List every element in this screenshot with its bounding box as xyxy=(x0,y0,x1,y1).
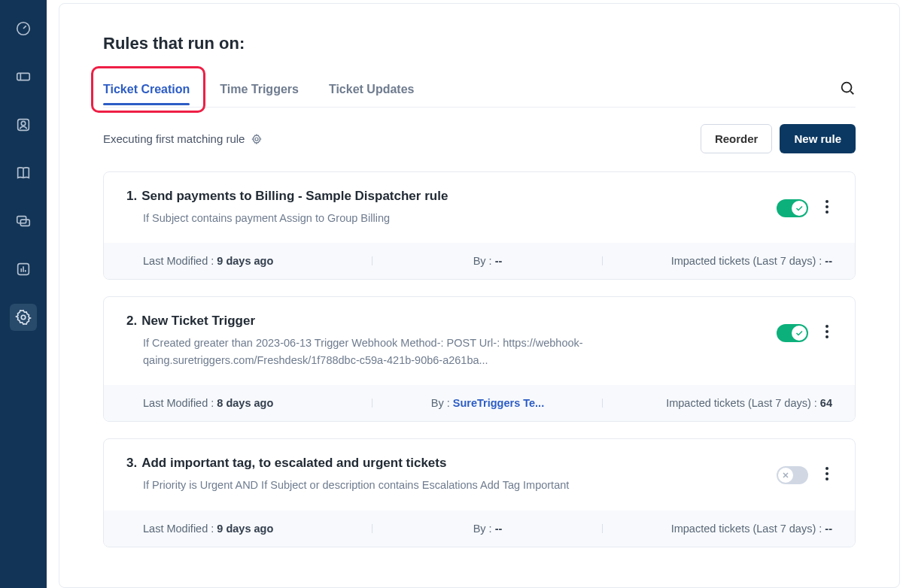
rule-index: 2. xyxy=(126,314,137,329)
footer-last-modified: Last Modified : 9 days ago xyxy=(126,523,372,535)
settings-small-icon[interactable] xyxy=(251,133,263,145)
tab-ticket-creation[interactable]: Ticket Creation xyxy=(103,74,190,105)
footer-last-modified: Last Modified : 9 days ago xyxy=(126,255,372,267)
rule-body: 3.Add important tag, to escalated and ur… xyxy=(104,439,855,510)
last-modified-value: 9 days ago xyxy=(217,523,273,535)
svg-point-16 xyxy=(825,467,829,470)
rule-main: 2.New Ticket TriggerIf Created greater t… xyxy=(126,314,777,368)
toggle-knob xyxy=(778,468,793,483)
rule-title-row: 2.New Ticket Trigger xyxy=(126,314,777,329)
rule-title: Add important tag, to escalated and urge… xyxy=(141,456,446,471)
tabs-row: Ticket Creation Time Triggers Ticket Upd… xyxy=(103,71,856,108)
rule-menu-button[interactable] xyxy=(822,463,832,487)
kebab-icon xyxy=(825,324,829,339)
ticket-icon xyxy=(15,68,32,85)
impacted-value: -- xyxy=(825,523,832,535)
sidebar-item-dashboard[interactable] xyxy=(10,15,37,42)
sidebar-item-settings[interactable] xyxy=(10,304,37,331)
rule-footer: Last Modified : 9 days agoBy : --Impacte… xyxy=(104,243,855,279)
by-value[interactable]: SureTriggers Te... xyxy=(453,397,544,409)
rule-toggle[interactable] xyxy=(777,324,808,342)
rule-body: 1.Send payments to Billing - Sample Disp… xyxy=(104,172,855,243)
page-title: Rules that run on: xyxy=(103,34,856,53)
footer-impacted: Impacted tickets (Last 7 days) : 64 xyxy=(603,397,832,409)
check-icon xyxy=(795,329,804,338)
kebab-icon xyxy=(825,199,829,214)
rule-description: If Subject contains payment Assign to Gr… xyxy=(126,210,653,226)
sidebar-item-forums[interactable] xyxy=(10,208,37,235)
last-modified-value: 8 days ago xyxy=(217,397,273,409)
svg-point-12 xyxy=(825,211,829,214)
by-value: -- xyxy=(495,523,503,535)
sidebar-item-solutions[interactable] xyxy=(10,159,37,186)
impacted-value: -- xyxy=(825,255,832,267)
gear-icon xyxy=(15,309,32,326)
sidebar-item-tickets[interactable] xyxy=(10,63,37,90)
svg-point-10 xyxy=(825,200,829,203)
rule-index: 1. xyxy=(126,189,137,204)
svg-point-11 xyxy=(825,205,829,208)
last-modified-value: 9 days ago xyxy=(217,255,273,267)
svg-point-18 xyxy=(825,477,829,480)
chart-icon xyxy=(15,261,32,277)
rule-title: New Ticket Trigger xyxy=(141,314,255,329)
sidebar-item-contacts[interactable] xyxy=(10,111,37,138)
svg-rect-1 xyxy=(17,73,30,80)
kebab-icon xyxy=(825,466,829,481)
reorder-button[interactable]: Reorder xyxy=(701,124,773,153)
app-sidebar xyxy=(0,0,47,588)
rule-main: 3.Add important tag, to escalated and ur… xyxy=(126,456,777,493)
rule-toggle[interactable] xyxy=(777,466,808,484)
svg-point-15 xyxy=(825,335,829,338)
rule-menu-button[interactable] xyxy=(822,196,832,220)
new-rule-button[interactable]: New rule xyxy=(780,124,856,153)
rule-body: 2.New Ticket TriggerIf Created greater t… xyxy=(104,297,855,385)
rules-list: 1.Send payments to Billing - Sample Disp… xyxy=(103,171,856,547)
rule-toggle[interactable] xyxy=(777,199,808,217)
svg-point-13 xyxy=(825,325,829,328)
rule-card[interactable]: 3.Add important tag, to escalated and ur… xyxy=(103,438,856,547)
svg-point-3 xyxy=(21,121,26,126)
rule-controls xyxy=(777,189,832,220)
svg-point-9 xyxy=(255,138,258,141)
rule-description: If Created greater than 2023-06-13 Trigg… xyxy=(126,335,653,368)
x-icon xyxy=(781,471,790,480)
tab-time-triggers[interactable]: Time Triggers xyxy=(220,74,299,105)
rule-footer: Last Modified : 9 days agoBy : --Impacte… xyxy=(104,511,855,547)
svg-point-7 xyxy=(21,315,26,320)
toggle-knob xyxy=(792,201,807,216)
sidebar-item-analytics[interactable] xyxy=(10,256,37,283)
svg-point-14 xyxy=(825,330,829,333)
search-button[interactable] xyxy=(839,80,856,99)
rule-title-row: 1.Send payments to Billing - Sample Disp… xyxy=(126,189,777,204)
rule-index: 3. xyxy=(126,456,137,471)
rule-card[interactable]: 2.New Ticket TriggerIf Created greater t… xyxy=(103,296,856,422)
tab-ticket-updates[interactable]: Ticket Updates xyxy=(329,74,415,105)
footer-by: By : -- xyxy=(372,255,602,267)
execution-mode-text: Executing first matching rule xyxy=(103,132,245,145)
rule-title: Send payments to Billing - Sample Dispat… xyxy=(141,189,448,204)
toggle-knob xyxy=(792,326,807,341)
rule-menu-button[interactable] xyxy=(822,321,832,345)
execution-row: Executing first matching rule Reorder Ne… xyxy=(103,124,856,153)
footer-by: By : -- xyxy=(372,523,602,535)
footer-impacted: Impacted tickets (Last 7 days) : -- xyxy=(603,255,832,267)
search-icon xyxy=(839,80,856,96)
rule-description: If Priority is Urgent AND If Subject or … xyxy=(126,477,653,493)
user-icon xyxy=(15,117,32,133)
rule-footer: Last Modified : 8 days agoBy : SureTrigg… xyxy=(104,385,855,421)
book-icon xyxy=(15,165,32,181)
main-content: Rules that run on: Ticket Creation Time … xyxy=(59,3,900,588)
impacted-value: 64 xyxy=(820,397,832,409)
chat-icon xyxy=(15,213,32,229)
footer-impacted: Impacted tickets (Last 7 days) : -- xyxy=(603,523,832,535)
footer-last-modified: Last Modified : 8 days ago xyxy=(126,397,372,409)
rule-title-row: 3.Add important tag, to escalated and ur… xyxy=(126,456,777,471)
execution-mode-label: Executing first matching rule xyxy=(103,132,263,145)
rule-controls xyxy=(777,456,832,487)
tabs: Ticket Creation Time Triggers Ticket Upd… xyxy=(103,74,414,105)
gauge-icon xyxy=(15,20,32,37)
svg-point-17 xyxy=(825,472,829,475)
action-buttons: Reorder New rule xyxy=(701,124,856,153)
rule-card[interactable]: 1.Send payments to Billing - Sample Disp… xyxy=(103,171,856,280)
